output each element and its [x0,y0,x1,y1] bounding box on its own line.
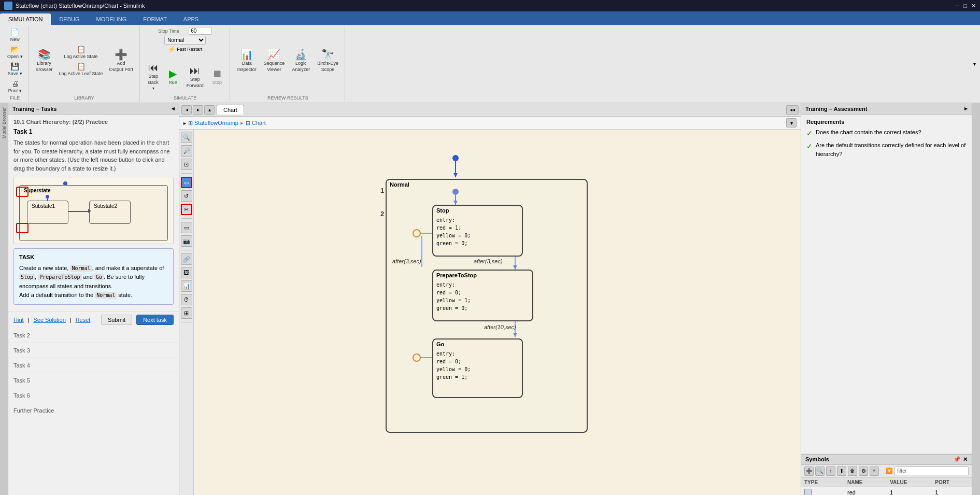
file-label: FILE [10,94,20,101]
symbols-toolbar: ➕ 🔍 ↑ ⬆ 🗑 ⚙ ≡ 🔽 [801,465,972,478]
breadcrumb-expand[interactable]: ▾ [786,118,797,128]
scissors-tool[interactable]: ✂ [181,204,192,215]
table-tool[interactable]: ⊞ [181,307,192,319]
stop-time-input[interactable] [189,27,212,35]
add-output-port-button[interactable]: ➕ AddOutput Port [106,48,136,74]
symbols-close[interactable]: ✕ [963,456,968,463]
training-collapse[interactable]: ◂ [172,105,175,112]
fit-tool[interactable]: ⊡ [181,159,192,170]
symbols-pin[interactable]: 📌 [954,456,961,463]
chart-canvas[interactable]: 1 2 [194,130,801,495]
tab-modeling[interactable]: MODELING [88,13,135,25]
symbols-panel: Symbols 📌 ✕ ➕ 🔍 ↑ ⬆ 🗑 ⚙ ≡ 🔽 [801,454,972,495]
step-forward-button[interactable]: ⏭ StepForward [183,64,207,90]
breadcrumb-root[interactable]: ⊞ StateflowOnramp [188,120,238,126]
stop-button[interactable]: ⏹ Stop [208,67,226,87]
go-state[interactable]: Go entry:red = 0;yellow = 0;green = 1; [432,338,523,398]
minimize-btn[interactable]: ─ [956,3,960,9]
time-tool[interactable]: ⏱ [181,294,192,305]
expand-ribbon[interactable]: ▾ [971,26,978,102]
step-back-button[interactable]: ⏮ StepBack ▾ [144,61,163,92]
assessment-section: Requirements ✓ Does the chart contain th… [801,115,972,454]
sym-tool-6[interactable]: ⚙ [859,466,868,476]
image-tool[interactable]: 🖼 [181,267,192,278]
connect-tool[interactable]: 🔗 [181,253,192,265]
task2-item[interactable]: Task 2 [8,328,179,343]
training-panel: Training – Tasks ◂ 10.1 Chart Hierarchy:… [8,103,179,495]
zoom-in-tool[interactable]: 🔍 [181,132,192,143]
task-links: Hint | See Solution | Reset Submit Next … [8,312,179,328]
task6-item[interactable]: Task 6 [8,388,179,403]
tab-simulation[interactable]: SIMULATION [0,13,51,25]
select-tool[interactable]: ▭ [181,177,192,188]
mode-select[interactable]: Normal Accelerator [164,36,206,45]
submit-button[interactable]: Submit [101,315,132,325]
req-text-1: Does the chart contain the correct state… [816,128,921,137]
sym-tool-4[interactable]: ⬆ [837,466,846,476]
rect-tool[interactable]: ▭ [181,222,192,233]
right-panel: Training – Assessment ▸ Requirements ✓ D… [801,103,972,495]
breadcrumb-chart[interactable]: ⊞ Chart [246,120,266,126]
task1-title: Task 1 [13,128,174,135]
chart-tabbar: ◂ ▸ ▴ Chart ◂◂ [179,103,801,117]
open-button[interactable]: 📂Open ▾ [5,44,25,60]
tab-debug[interactable]: DEBUG [51,13,88,25]
review-label: REVIEW RESULTS [267,94,308,101]
task3-item[interactable]: Task 3 [8,343,179,358]
log-active-state-button[interactable]: 📋Log Active State [57,44,105,60]
data-inspector-button[interactable]: 📊 DataInspector [234,48,260,74]
assessment-collapse[interactable]: ▸ [964,105,968,112]
new-button[interactable]: 📄New [5,27,25,43]
sym-tool-1[interactable]: ➕ [804,466,814,476]
logic-analyzer-button[interactable]: 🔬 LogicAnalyzer [289,48,313,74]
preview-sub1: Substate1 [27,201,68,224]
training-panel-header: Training – Tasks ◂ [8,103,179,115]
prepare-state-label: PrepareToStop [433,271,532,280]
reset-link[interactable]: Reset [76,317,91,323]
library-label: LIBRARY [74,94,94,101]
run-button[interactable]: ▶ Run [164,67,182,87]
print-button[interactable]: 🖨Print ▾ [5,78,25,94]
nav-back[interactable]: ◂ [181,105,192,115]
stop-state[interactable]: Stop entry:red = 1;yellow = 0;green = 0; [432,205,523,257]
log-active-leaf-button[interactable]: 📋Log Active Leaf State [57,61,105,77]
maximize-btn[interactable]: □ [963,3,967,9]
see-solution-link[interactable]: See Solution [33,317,65,323]
tab-apps[interactable]: APPS [175,13,207,25]
nav-up[interactable]: ▴ [204,105,215,115]
symbols-filter-input[interactable] [894,466,969,475]
simulate-controls: Stop Time Normal Accelerator ⚡ Fast Rest… [158,27,212,61]
further-practice-item[interactable]: Further Practice [8,403,179,418]
app-icon [4,2,12,10]
nav-arrows: ◂ ▸ ▴ [181,105,215,115]
right-collapsed-bar[interactable] [972,103,980,495]
library-browser-button[interactable]: 📚 LibraryBrowser [33,48,56,74]
rotate-tool[interactable]: ↺ [181,190,192,202]
zoom-out-tool[interactable]: 🔎 [181,145,192,157]
model-browser-bar[interactable]: Model Browser [0,103,8,495]
task5-item[interactable]: Task 5 [8,373,179,388]
chart-tab[interactable]: Chart [217,105,244,115]
ribbon-toolbar: 📄New 📂Open ▾ 💾Save ▾ 🖨Print ▾ FILE 📚 Lib… [0,25,980,103]
collapse-btn[interactable]: ◂◂ [786,105,799,115]
sym-tool-2[interactable]: 🔍 [815,466,825,476]
req-item-2: ✓ Are the default transitions correctly … [806,141,967,158]
hint-link[interactable]: Hint [13,317,24,323]
prepare-to-stop-state[interactable]: PrepareToStop entry:red = 0;yellow = 1;g… [432,270,533,321]
expand-icon[interactable]: ▸ [183,120,186,126]
task4-item[interactable]: Task 4 [8,358,179,373]
sym-tool-5[interactable]: 🗑 [848,466,857,476]
next-task-button[interactable]: Next task [136,315,174,325]
camera-tool[interactable]: 📷 [181,235,192,247]
tool-sep2 [181,218,192,219]
sym-tool-3[interactable]: ↑ [826,466,835,476]
tab-format[interactable]: FORMAT [135,13,175,25]
chart-tool[interactable]: 📊 [181,280,192,292]
window-title: Stateflow (chart) StateflowOnramp/Chart … [16,3,145,9]
save-button[interactable]: 💾Save ▾ [5,61,25,77]
nav-forward[interactable]: ▸ [193,105,203,115]
close-btn[interactable]: ✕ [971,3,976,9]
sequence-viewer-button[interactable]: 📈 SequenceViewer [261,48,288,74]
birds-eye-scope-button[interactable]: 🔭 Bird's-EyeScope [314,48,342,74]
sym-tool-7[interactable]: ≡ [870,466,879,476]
